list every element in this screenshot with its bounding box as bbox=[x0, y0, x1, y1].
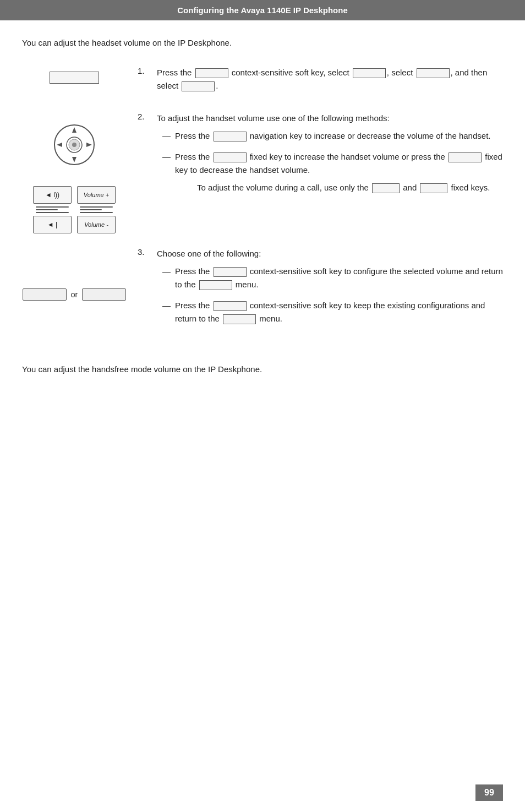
softkey-image-step1 bbox=[50, 72, 99, 84]
b1-rest: navigation key to increase or decrease t… bbox=[248, 131, 491, 140]
speaker-off-key: ◄ | bbox=[33, 216, 72, 233]
svg-marker-5 bbox=[57, 143, 62, 147]
b2-volminus-img bbox=[449, 152, 482, 162]
volume-plus-key: Volume + bbox=[77, 186, 116, 204]
speaker-off-label: ◄ | bbox=[47, 221, 57, 228]
step-2-bullet-2: — Press the fixed key to increase the ha… bbox=[162, 150, 503, 194]
b3-1-key-img bbox=[214, 267, 247, 277]
speaker-on-key: ◄ i)) bbox=[33, 186, 72, 204]
line3 bbox=[36, 212, 69, 213]
speaker-on-label: ◄ i)) bbox=[45, 191, 59, 199]
b3-2-key-img bbox=[214, 301, 247, 311]
volume-keys-image: ◄ i)) ◄ | Volume + bbox=[33, 186, 116, 233]
step-1-content: Press the context-sensitive soft key, se… bbox=[157, 66, 503, 92]
intro-paragraph: You can adjust the headset volume on the… bbox=[22, 37, 503, 50]
b3-1-menu: menu. bbox=[233, 280, 259, 289]
sub-fixed: fixed keys. bbox=[449, 183, 490, 192]
header-title: Configuring the Avaya 1140E IP Deskphone bbox=[177, 6, 348, 15]
b1-navkey-img bbox=[214, 132, 247, 141]
nav-key-image bbox=[52, 123, 96, 167]
sub-volminus-img bbox=[420, 183, 447, 193]
line1 bbox=[36, 206, 69, 208]
svg-marker-3 bbox=[72, 127, 76, 133]
b2-volplus-img bbox=[214, 152, 247, 162]
sub-note-call: To adjust the volume during a call, use … bbox=[197, 181, 503, 194]
b2-fixed1: fixed key to increase the handset volume… bbox=[248, 152, 448, 161]
step-3-content: Choose one of the following: — Press the… bbox=[157, 247, 503, 333]
bullet-2-content: Press the fixed key to increase the hand… bbox=[175, 150, 503, 194]
softkey-right-btn bbox=[82, 288, 126, 301]
bullet-1-content: Press the navigation key to increase or … bbox=[175, 129, 490, 143]
vline1 bbox=[80, 206, 113, 208]
sub-volplus-img bbox=[372, 183, 400, 193]
b3-2-menu-img bbox=[223, 314, 256, 324]
volume-minus-label: Volume - bbox=[84, 221, 108, 228]
step-1-select3-img bbox=[182, 81, 215, 91]
sub-and: and bbox=[401, 183, 419, 192]
step-3-number: 3. bbox=[138, 247, 151, 333]
step-3-intro: Choose one of the following: bbox=[157, 247, 503, 260]
step-2-number: 2. bbox=[138, 112, 151, 202]
dash-3: — bbox=[162, 265, 171, 291]
step-2-bullet-1: — Press the navigation key to increase o… bbox=[162, 129, 503, 143]
volume-plus-label: Volume + bbox=[84, 192, 109, 198]
dash-4: — bbox=[162, 299, 171, 325]
svg-point-7 bbox=[72, 143, 76, 147]
line2 bbox=[36, 209, 58, 210]
step-1-text-period: . bbox=[216, 81, 218, 90]
softkey-left-btn bbox=[23, 288, 67, 301]
softkey-or-row: or bbox=[23, 288, 126, 301]
step-1: 1. Press the context-sensitive soft key,… bbox=[138, 66, 503, 92]
step-1-number: 1. bbox=[138, 66, 151, 92]
volume-key-block: Volume + Volume - bbox=[77, 186, 116, 233]
volume-lines bbox=[80, 206, 113, 213]
page-number: 99 bbox=[475, 784, 503, 801]
step-1-select2-img bbox=[417, 68, 450, 78]
speaker-key-block: ◄ i)) ◄ | bbox=[33, 186, 72, 233]
b2-press1: Press the bbox=[175, 152, 212, 161]
bullet-3-1-content: Press the context-sensitive soft key to … bbox=[175, 265, 503, 291]
b3-1-press: Press the bbox=[175, 266, 212, 276]
bottom-paragraph: You can adjust the handsfree mode volume… bbox=[22, 363, 503, 376]
step-3: 3. Choose one of the following: — Press … bbox=[138, 247, 503, 333]
vline3 bbox=[80, 212, 113, 213]
svg-marker-4 bbox=[72, 157, 76, 162]
vline2 bbox=[80, 209, 102, 210]
step-3-bullet-2: — Press the context-sensitive soft key t… bbox=[162, 299, 503, 325]
step-1-select1-img bbox=[353, 68, 386, 78]
b3-2-menu: menu. bbox=[257, 314, 282, 323]
bullet-3-2-content: Press the context-sensitive soft key to … bbox=[175, 299, 503, 325]
step-2: 2. To adjust the handset volume use one … bbox=[138, 112, 503, 202]
step-2-content: To adjust the handset volume use one of … bbox=[157, 112, 503, 202]
b3-2-press: Press the bbox=[175, 301, 212, 310]
b1-press: Press the bbox=[175, 131, 212, 140]
svg-marker-6 bbox=[86, 143, 92, 147]
volume-minus-key: Volume - bbox=[77, 216, 116, 233]
or-label: or bbox=[71, 290, 78, 299]
dash-2: — bbox=[162, 150, 171, 194]
step-1-text-press: Press the bbox=[157, 68, 194, 77]
step-2-intro: To adjust the handset volume use one of … bbox=[157, 112, 503, 125]
step-1-key-img bbox=[195, 68, 228, 78]
page-header: Configuring the Avaya 1140E IP Deskphone bbox=[0, 0, 525, 20]
sub-note-text: To adjust the volume during a call, use … bbox=[197, 183, 371, 192]
step-3-bullet-1: — Press the context-sensitive soft key t… bbox=[162, 265, 503, 291]
step-1-text-select: , select bbox=[387, 68, 415, 77]
speaker-lines-top bbox=[36, 206, 69, 213]
b3-1-menu-img bbox=[199, 280, 232, 290]
step-1-text-context: context-sensitive soft key, select bbox=[229, 68, 352, 77]
dash-1: — bbox=[162, 129, 171, 143]
